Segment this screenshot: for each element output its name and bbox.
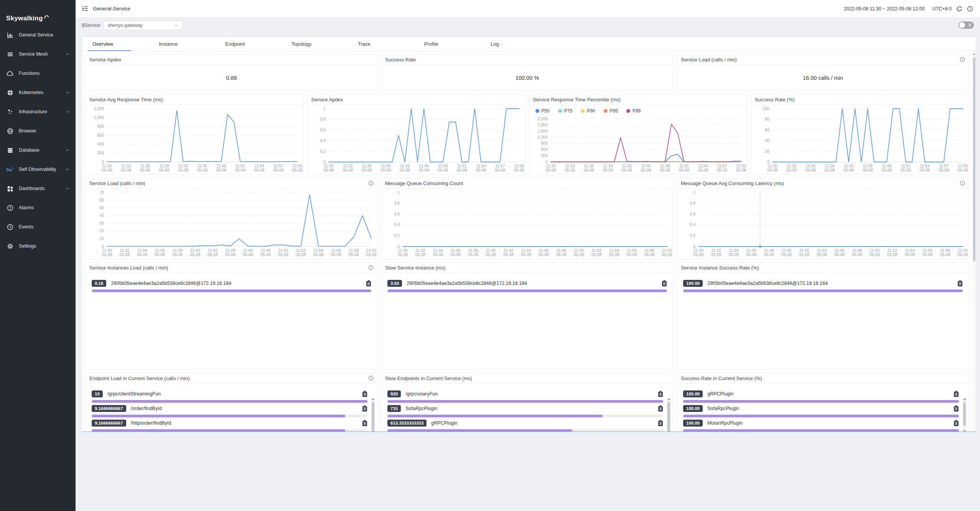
inspect-icon[interactable] <box>362 390 367 397</box>
sidebar-item-settings[interactable]: Settings <box>0 236 76 256</box>
tab-profile[interactable]: Profile <box>418 37 484 51</box>
legend-label: P99 <box>632 108 641 114</box>
svg-text:05-08: 05-08 <box>905 252 915 257</box>
svg-text:05-08: 05-08 <box>102 252 112 257</box>
svg-text:05-08: 05-08 <box>415 252 426 257</box>
scroll-up-arrow[interactable] <box>667 398 670 400</box>
legend-item[interactable]: P99 <box>626 108 641 114</box>
svg-text:05-08: 05-08 <box>728 252 739 257</box>
legend-item[interactable]: P90 <box>581 108 595 114</box>
list-scrollbar[interactable] <box>667 397 671 432</box>
chevron-down-icon <box>66 110 69 114</box>
svg-text:0.2: 0.2 <box>320 149 326 154</box>
card-title-text: Endpoint Load in Current Service (calls … <box>89 375 368 381</box>
svg-text:05-08: 05-08 <box>556 252 567 257</box>
progress-fill <box>683 400 959 403</box>
card-title-text: Success Rate (%) <box>755 97 965 103</box>
list-rows: 10/grpc/clientStreamingFun9.1666666667/o… <box>86 384 377 432</box>
refresh-icon[interactable] <box>956 6 962 12</box>
tab-log[interactable]: Log <box>484 37 550 51</box>
info-icon[interactable] <box>960 180 965 186</box>
sidebar-item-kubernetes[interactable]: Kubernetes <box>0 83 76 102</box>
scroll-up-arrow[interactable] <box>973 53 975 55</box>
legend-item[interactable]: P75 <box>558 108 572 114</box>
service-select[interactable]: shenyu-gateway <box>104 21 182 30</box>
value-badge: 9.1666666667 <box>92 405 126 412</box>
legend-item[interactable]: P95 <box>604 108 618 114</box>
sidebar-item-infrastructure[interactable]: Infrastructure <box>0 102 76 121</box>
page-title: General-Service <box>93 6 130 12</box>
list-item-line: 100.002905b05eae4e4ae3a2a5b538ce8c2846@1… <box>683 279 963 287</box>
scroll-thumb[interactable] <box>667 402 670 432</box>
list-scrollbar[interactable] <box>962 397 967 432</box>
collapse-sidebar-icon[interactable] <box>82 6 88 12</box>
info-icon[interactable] <box>368 375 374 381</box>
info-icon[interactable] <box>967 6 973 12</box>
sidebar-item-alarms[interactable]: Alarms <box>0 198 76 217</box>
info-icon[interactable] <box>368 180 374 186</box>
inspect-icon[interactable] <box>954 405 959 412</box>
inspect-icon[interactable] <box>954 420 959 427</box>
metric-value: 0.88 <box>226 75 237 81</box>
sidebar-item-service-mesh[interactable]: Service Mesh <box>0 45 76 64</box>
chart-service_load: 01020304050607011:3005-0811:3205-0811:34… <box>86 189 377 259</box>
chart-canvas[interactable]: 00.20.40.60.8111:3005-0811:3205-0811:340… <box>381 189 673 259</box>
svg-text:05-08: 05-08 <box>717 168 727 172</box>
inspect-icon[interactable] <box>362 420 367 427</box>
inspect-icon[interactable] <box>662 280 667 287</box>
card-row: Endpoint Load in Current Service (calls … <box>85 373 969 432</box>
view-mode-toggle[interactable]: V <box>959 21 974 29</box>
time-range[interactable]: 2022-05-08 11:30 ~ 2022-05-08 12:00 <box>844 6 925 12</box>
inspect-icon[interactable] <box>658 420 663 427</box>
chart-canvas[interactable]: 00.20.40.60.8111:3005-0811:3205-0811:340… <box>677 189 969 259</box>
sidebar-item-general-service[interactable]: General Service <box>0 25 76 45</box>
chart-canvas[interactable]: 01020304050607011:3005-0811:3205-0811:34… <box>86 189 377 259</box>
inspect-icon[interactable] <box>658 390 663 397</box>
svg-text:05-08: 05-08 <box>450 252 461 257</box>
sidebar-item-database[interactable]: Database <box>0 141 76 160</box>
scroll-up-arrow[interactable] <box>963 398 966 400</box>
inspect-icon[interactable] <box>366 280 371 287</box>
scroll-thumb[interactable] <box>973 57 975 261</box>
inspect-icon[interactable] <box>954 390 959 397</box>
app-logo[interactable]: Skywalking <box>0 0 76 22</box>
tab-label: Endpoint <box>225 41 245 47</box>
chart-canvas[interactable]: 03006009001,2001,5001,8002,10011:3005-08… <box>529 115 747 174</box>
info-icon[interactable] <box>960 57 965 62</box>
chart-canvas[interactable]: 02040608010011:3005-0811:3305-0811:3605-… <box>751 105 969 174</box>
tab-instance[interactable]: Instance <box>152 37 219 51</box>
chart-canvas[interactable]: 00.20.40.60.8111:3005-0811:3305-0811:360… <box>307 105 525 174</box>
svg-text:05-08: 05-08 <box>400 168 410 172</box>
card-service-load-calls-min: Service Load (calls / min)16.00 calls / … <box>677 54 969 91</box>
inspect-icon[interactable] <box>957 280 963 287</box>
sidebar-item-functions[interactable]: Functions <box>0 64 76 83</box>
tab-label: Overview <box>92 41 113 47</box>
inspect-icon[interactable] <box>362 405 367 412</box>
tab-topology[interactable]: Topology <box>285 37 351 51</box>
tab-overview[interactable]: Overview <box>86 37 152 51</box>
tab-endpoint[interactable]: Endpoint <box>219 37 285 51</box>
chart-service_apdex: 00.20.40.60.8111:3005-0811:3305-0811:360… <box>307 105 525 174</box>
scroll-thumb[interactable] <box>372 402 374 432</box>
timezone-label[interactable]: UTC+8:0 <box>932 6 952 12</box>
inspect-icon[interactable] <box>658 405 663 412</box>
sidebar-item-browser[interactable]: Browser <box>0 121 76 141</box>
progress-track <box>92 289 371 292</box>
scroll-down-arrow[interactable] <box>963 430 966 432</box>
info-icon[interactable] <box>368 265 374 270</box>
svg-text:05-08: 05-08 <box>278 252 288 257</box>
legend-item[interactable]: P50 <box>535 108 550 114</box>
list-scrollbar[interactable] <box>371 397 375 432</box>
scroll-thumb[interactable] <box>963 402 966 426</box>
scroll-up-arrow[interactable] <box>372 398 375 400</box>
svg-text:1: 1 <box>323 106 326 111</box>
sidebar-item-dashboards[interactable]: Dashboards <box>0 179 76 198</box>
card-body: 920/grpc/unaryFun715SofaRpcPlugin613.333… <box>381 384 673 432</box>
chart-canvas[interactable]: 02004006008001,0001,20011:3005-0811:3305… <box>86 105 303 174</box>
panel-scrollbar[interactable] <box>972 51 976 432</box>
sidebar-item-events[interactable]: Events <box>0 217 76 236</box>
sidebar-item-self-observability[interactable]: SwSelf Observability <box>0 160 76 179</box>
tab-trace[interactable]: Trace <box>351 37 418 51</box>
card-service-apdex: Service Apdex00.20.40.60.8111:3005-0811:… <box>307 94 525 175</box>
card-title-text: Service Apdex <box>89 57 374 63</box>
